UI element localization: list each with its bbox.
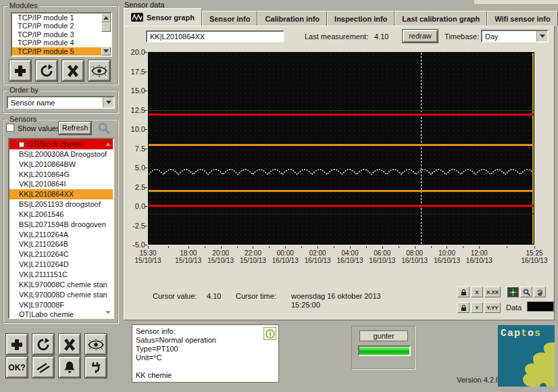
modules-scroll-up[interactable] xyxy=(101,14,111,22)
sensor-delete-button[interactable] xyxy=(59,334,80,355)
sensor-item[interactable]: VK|L970008D chemie stan xyxy=(9,290,113,300)
y-tick-mark xyxy=(145,149,147,149)
sensor-name-field[interactable]: KK|L2010864XX xyxy=(146,30,284,43)
user-name-button[interactable]: gunter xyxy=(359,330,408,341)
cursor-tool-button[interactable] xyxy=(507,287,519,297)
sensor-item[interactable]: VK|L2110264A xyxy=(9,230,113,240)
sensor-graph-page: KK|L2010864XX Last measurement: 4.10 red… xyxy=(124,26,555,320)
x-autoscale-button[interactable]: X xyxy=(471,287,483,297)
sensors-list[interactable]: OT|Stock chemieBS|L2000308A DroogstoofVK… xyxy=(8,138,114,319)
module-delete-button[interactable] xyxy=(62,60,84,81)
pan-tool-button[interactable] xyxy=(534,287,546,297)
sensors-title: Sensors xyxy=(7,115,39,123)
module-item[interactable]: TCP/IP module 5 xyxy=(12,47,101,55)
sensor-ok-button[interactable]: OK? xyxy=(6,357,28,378)
sensor-item[interactable]: BS|L2071594B droogoven xyxy=(9,220,113,230)
modules-scroll-thumb[interactable] xyxy=(101,22,111,32)
sensor-compare-button[interactable] xyxy=(32,357,54,378)
order-by-combo[interactable]: Sensor name xyxy=(7,96,115,109)
redraw-button[interactable]: redraw xyxy=(403,30,438,43)
sensor-item[interactable]: VK|L2010864BW xyxy=(9,160,113,170)
info-button[interactable] xyxy=(263,327,276,340)
sensor-item[interactable]: VK|L2111151C xyxy=(9,270,113,280)
module-item[interactable]: TCP/IP module 3 xyxy=(12,30,101,39)
x-minor-tick-mark xyxy=(507,246,507,248)
sensor-connect-button[interactable] xyxy=(85,357,107,378)
sensor-alarm-button[interactable] xyxy=(59,357,80,378)
y-tick-mark xyxy=(145,72,147,72)
plot-legend-label: Data xyxy=(506,303,522,312)
sensor-item[interactable]: VK|L2110264C xyxy=(9,249,113,260)
sensor-graph-plot[interactable] xyxy=(148,52,534,245)
x-lock-button[interactable] xyxy=(457,287,470,297)
module-refresh-button[interactable] xyxy=(36,60,57,81)
tab-label: Inspection info xyxy=(334,15,387,23)
show-values-checkbox[interactable] xyxy=(6,124,14,132)
sensor-add-button[interactable] xyxy=(6,334,28,355)
sensor-info-line: Type=PT100 xyxy=(136,345,275,353)
timebase-value: Day xyxy=(482,32,536,41)
refresh-icon xyxy=(40,64,53,78)
cursor-value-label: Cursor value: xyxy=(153,292,197,300)
y-format-button[interactable]: Y.YY xyxy=(484,302,501,313)
scroll-up-icon xyxy=(103,16,109,20)
sensor-item[interactable]: KK|L2010864XX xyxy=(9,189,113,199)
graph-cursor-line[interactable] xyxy=(421,53,422,244)
sensor-item[interactable]: KK|L2061546 xyxy=(9,210,113,220)
sensor-item[interactable]: VK|L2010864I xyxy=(9,179,113,189)
x-tick-mark xyxy=(148,246,149,249)
cursor-time-line1: woensdag 16 oktober 2013 xyxy=(291,292,381,300)
y-autoscale-button[interactable]: Y xyxy=(471,302,483,313)
modules-title: Modules xyxy=(7,1,40,9)
sensors-scroll-down[interactable] xyxy=(105,311,111,314)
x-tick-date: 16/10/13 xyxy=(457,257,501,264)
threshold-line xyxy=(149,205,534,207)
module-view-button[interactable] xyxy=(88,60,110,81)
sensor-view-button[interactable] xyxy=(85,334,107,355)
sensor-refresh-button[interactable] xyxy=(32,334,54,355)
x-tick-mark xyxy=(479,246,480,249)
module-item[interactable]: TCP/IP module 1 xyxy=(12,14,101,22)
sensor-item[interactable]: OT|Stock chemie xyxy=(9,139,113,149)
x-minor-tick-mark xyxy=(463,246,463,248)
x-minor-tick-mark xyxy=(334,246,334,248)
module-item[interactable]: TCP/IP module 2 xyxy=(12,22,101,30)
sensor-item[interactable]: KK|L970008C chemie stan xyxy=(9,280,113,290)
zoom-tool-button[interactable] xyxy=(520,287,532,297)
puzzle-piece-icon xyxy=(498,325,555,387)
tab-last-calibration-graph[interactable]: Last calibration graph xyxy=(395,11,487,26)
tab-calibration-info[interactable]: Calibration info xyxy=(257,11,327,26)
sensor-item[interactable]: VK|L970008F xyxy=(9,300,113,310)
sensors-refresh-button[interactable]: Refresh xyxy=(59,122,91,134)
tab-sensor-info[interactable]: Sensor info xyxy=(202,11,258,26)
threshold-line xyxy=(149,114,534,116)
sensor-item[interactable]: VK|L2110264D xyxy=(9,260,113,270)
tab-inspection-info[interactable]: Inspection info xyxy=(327,11,395,26)
sensor-item[interactable]: BS|L2051193 droogstoof xyxy=(9,199,113,210)
y-tick-mark xyxy=(145,206,147,207)
sensor-item[interactable]: VK|L2110264B xyxy=(9,239,113,249)
sensor-item[interactable]: KK|L2010864G xyxy=(9,170,113,180)
sensors-scroll-up[interactable] xyxy=(105,143,111,146)
plot-color-swatch[interactable] xyxy=(527,301,554,312)
x-tick-mark xyxy=(350,246,351,249)
dropdown-arrow-icon[interactable] xyxy=(103,97,113,107)
sensor-search-button[interactable] xyxy=(97,122,111,137)
sensor-info-box: Sensor info:Satus=Normal operationType=P… xyxy=(132,324,279,383)
x-tick-mark xyxy=(253,246,253,249)
y-lock-button[interactable] xyxy=(457,302,470,313)
sensor-item[interactable]: BS|L2000308A Droogstoof xyxy=(9,149,113,160)
tab-wifi-sensor-info[interactable]: Wifi sensor info xyxy=(487,11,557,26)
y-tick-label: -5.0 xyxy=(125,241,145,249)
x-format-button[interactable]: X.XX xyxy=(484,287,501,297)
module-item[interactable]: TCP/IP module 4 xyxy=(12,39,101,47)
dropdown-arrow-icon[interactable] xyxy=(536,31,547,41)
timebase-combo[interactable]: Day xyxy=(481,30,549,43)
x-icon xyxy=(63,338,76,351)
module-add-button[interactable] xyxy=(9,60,31,81)
tab-sensor-graph[interactable]: Sensor graph xyxy=(124,8,202,26)
modules-scroll-down[interactable] xyxy=(101,47,111,55)
modules-list[interactable]: TCP/IP module 1TCP/IP module 2TCP/IP mod… xyxy=(11,12,112,57)
y-tick-label: -2.5 xyxy=(125,222,145,230)
sensor-item[interactable]: OT|Labo chemie xyxy=(9,310,113,319)
